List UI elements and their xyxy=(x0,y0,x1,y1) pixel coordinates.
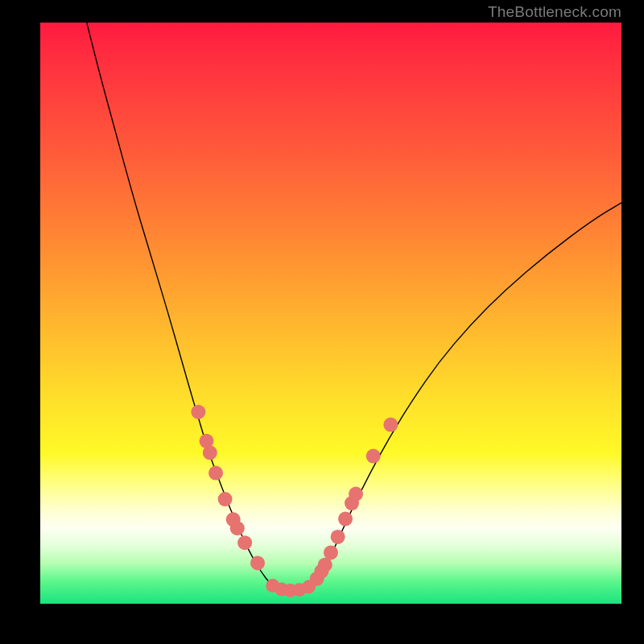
watermark-text: TheBottleneck.com xyxy=(488,3,621,21)
data-point xyxy=(383,418,398,432)
data-point xyxy=(203,445,217,460)
data-point xyxy=(230,521,245,535)
data-point xyxy=(331,530,345,544)
data-point xyxy=(349,487,363,502)
chart-frame: TheBottleneck.com xyxy=(0,0,644,644)
bottleneck-curve-svg xyxy=(40,23,621,604)
data-point xyxy=(302,580,316,594)
data-point xyxy=(237,535,252,550)
plot-area xyxy=(40,23,621,604)
data-point xyxy=(338,512,353,526)
data-point xyxy=(208,466,223,481)
data-point xyxy=(191,405,205,419)
data-point xyxy=(250,555,265,570)
data-point xyxy=(324,545,338,559)
data-point xyxy=(366,449,381,464)
data-point xyxy=(218,492,233,506)
data-points-group xyxy=(191,405,398,597)
